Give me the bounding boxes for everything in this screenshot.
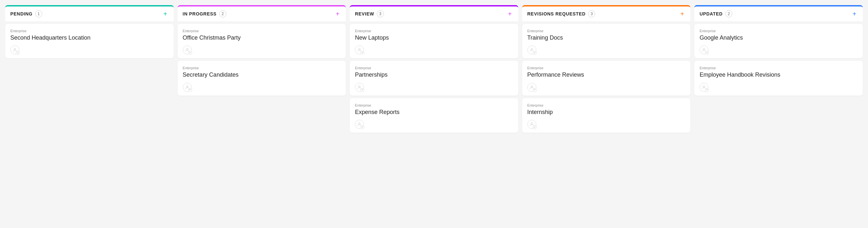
column-updated: UPDATED2+EnterpriseGoogle Analytics + En… <box>694 5 863 135</box>
column-header-updated: UPDATED2+ <box>694 5 863 21</box>
column-body-inprogress: EnterpriseOffice Christmas Party + Enter… <box>178 24 346 98</box>
column-header-revisions: REVISIONS REQUESTED3+ <box>522 5 691 21</box>
card-footer: + <box>527 45 686 54</box>
card-footer: + <box>10 45 168 54</box>
card-footer: + <box>355 45 513 54</box>
column-body-updated: EnterpriseGoogle Analytics + EnterpriseE… <box>694 24 863 98</box>
svg-point-0 <box>14 48 16 50</box>
card-title: Expense Reports <box>355 109 513 116</box>
card-footer: + <box>183 83 341 92</box>
avatar-plus-icon: + <box>361 88 364 92</box>
card-footer: + <box>527 83 686 92</box>
avatar-plus-icon: + <box>361 125 364 129</box>
column-add-button-review[interactable]: + <box>507 11 513 17</box>
column-count-revisions: 3 <box>588 10 595 17</box>
card[interactable]: EnterpriseGoogle Analytics + <box>694 24 863 58</box>
card-avatar[interactable]: + <box>700 45 709 54</box>
card-footer: + <box>355 120 513 129</box>
svg-point-10 <box>703 85 705 87</box>
avatar-plus-icon: + <box>188 51 192 55</box>
column-inprogress: IN PROGRESS2+EnterpriseOffice Christmas … <box>178 5 346 135</box>
card-avatar[interactable]: + <box>700 83 709 92</box>
card-avatar[interactable]: + <box>183 45 192 54</box>
card-org: Enterprise <box>183 66 341 70</box>
card-footer: + <box>700 45 858 54</box>
svg-point-4 <box>359 85 361 87</box>
card[interactable]: EnterpriseSecond Headquarters Location + <box>5 24 174 58</box>
card[interactable]: EnterpriseEmployee Handbook Revisions + <box>694 61 863 95</box>
column-header-inprogress: IN PROGRESS2+ <box>178 5 346 21</box>
card-title: New Laptops <box>355 34 513 42</box>
card-avatar[interactable]: + <box>355 83 364 92</box>
avatar-plus-icon: + <box>533 88 537 92</box>
svg-point-3 <box>359 48 361 50</box>
card-org: Enterprise <box>527 103 686 107</box>
card[interactable]: EnterpriseTraining Docs + <box>522 24 691 58</box>
card-title: Employee Handbook Revisions <box>700 71 858 79</box>
card-title: Office Christmas Party <box>183 34 341 42</box>
card-avatar[interactable]: + <box>527 45 536 54</box>
avatar-plus-icon: + <box>533 51 537 55</box>
column-body-pending: EnterpriseSecond Headquarters Location + <box>5 24 174 61</box>
svg-point-8 <box>531 123 532 124</box>
card-avatar[interactable]: + <box>527 83 536 92</box>
kanban-board: PENDING1+EnterpriseSecond Headquarters L… <box>5 5 863 135</box>
svg-point-2 <box>186 85 188 87</box>
svg-point-5 <box>359 123 361 124</box>
column-body-review: EnterpriseNew Laptops + EnterprisePartne… <box>350 24 518 135</box>
column-count-pending: 1 <box>35 10 42 17</box>
card[interactable]: EnterpriseOffice Christmas Party + <box>178 24 346 58</box>
card-org: Enterprise <box>10 29 168 33</box>
card-org: Enterprise <box>183 29 341 33</box>
column-body-revisions: EnterpriseTraining Docs + EnterprisePerf… <box>522 24 691 135</box>
column-count-review: 3 <box>377 10 384 17</box>
card-org: Enterprise <box>355 103 513 107</box>
card-avatar[interactable]: + <box>10 45 20 54</box>
column-count-inprogress: 2 <box>219 10 226 17</box>
card-title: Second Headquarters Location <box>10 34 168 42</box>
avatar-plus-icon: + <box>361 51 364 55</box>
column-title-updated: UPDATED <box>700 11 723 16</box>
avatar-plus-icon: + <box>533 125 537 129</box>
card-avatar[interactable]: + <box>355 120 364 129</box>
card-org: Enterprise <box>527 29 686 33</box>
card-org: Enterprise <box>527 66 686 70</box>
card-avatar[interactable]: + <box>183 83 192 92</box>
svg-point-9 <box>703 48 705 50</box>
card[interactable]: EnterpriseNew Laptops + <box>350 24 518 58</box>
avatar-plus-icon: + <box>16 51 20 55</box>
column-add-button-pending[interactable]: + <box>162 11 168 17</box>
card-title: Secretary Candidates <box>183 71 341 79</box>
column-title-pending: PENDING <box>10 11 33 16</box>
card-title: Partnerships <box>355 71 513 79</box>
card[interactable]: EnterprisePerformance Reviews + <box>522 61 691 95</box>
svg-point-6 <box>531 48 532 50</box>
card[interactable]: EnterprisePartnerships + <box>350 61 518 95</box>
card-title: Training Docs <box>527 34 686 42</box>
card-org: Enterprise <box>355 29 513 33</box>
card-org: Enterprise <box>700 29 858 33</box>
avatar-plus-icon: + <box>705 51 709 55</box>
card-title: Performance Reviews <box>527 71 686 79</box>
card-avatar[interactable]: + <box>355 45 364 54</box>
column-title-inprogress: IN PROGRESS <box>183 11 217 16</box>
card-footer: + <box>700 83 858 92</box>
card[interactable]: EnterpriseExpense Reports + <box>350 98 518 133</box>
avatar-plus-icon: + <box>705 88 709 92</box>
column-add-button-updated[interactable]: + <box>851 11 858 17</box>
column-add-button-revisions[interactable]: + <box>679 11 686 17</box>
card[interactable]: EnterpriseInternship + <box>522 98 691 133</box>
column-review: REVIEW3+EnterpriseNew Laptops + Enterpri… <box>350 5 518 135</box>
card[interactable]: EnterpriseSecretary Candidates + <box>178 61 346 95</box>
card-title: Internship <box>527 109 686 116</box>
card-footer: + <box>527 120 686 129</box>
card-org: Enterprise <box>355 66 513 70</box>
card-avatar[interactable]: + <box>527 120 536 129</box>
column-add-button-inprogress[interactable]: + <box>335 11 341 17</box>
column-pending: PENDING1+EnterpriseSecond Headquarters L… <box>5 5 174 135</box>
column-header-pending: PENDING1+ <box>5 5 174 21</box>
column-count-updated: 2 <box>725 10 733 17</box>
card-footer: + <box>183 45 341 54</box>
card-title: Google Analytics <box>700 34 858 42</box>
svg-point-7 <box>531 85 532 87</box>
